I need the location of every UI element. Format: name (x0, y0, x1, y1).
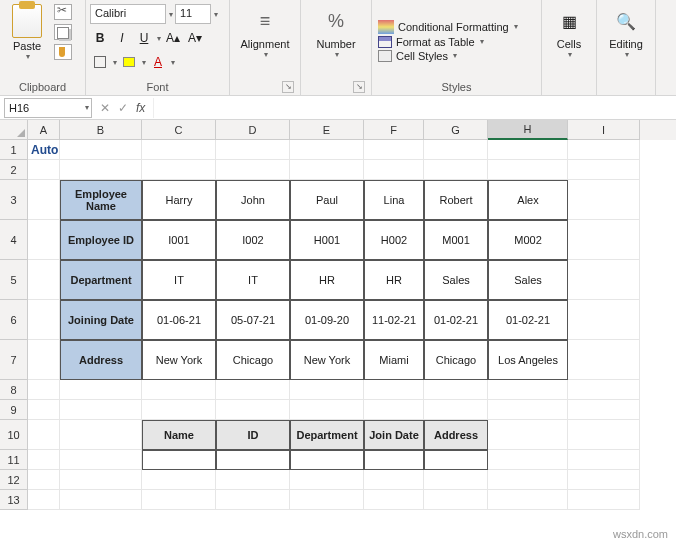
table1-name-0[interactable]: Harry (142, 180, 216, 220)
group-label-styles: Styles (376, 79, 537, 95)
col-header-h[interactable]: H (488, 120, 568, 140)
chevron-down-icon: ▾ (264, 50, 268, 59)
worksheet-grid[interactable]: A B C D E F G H I 1 Auto Populate Cells … (0, 120, 676, 530)
fx-icon[interactable]: fx (136, 101, 145, 115)
group-label-clipboard: Clipboard (4, 79, 81, 95)
table2-header-dept[interactable]: Department (290, 420, 364, 450)
cells-button[interactable]: ▦ Cells ▾ (546, 2, 592, 63)
dialog-launcher-icon[interactable]: ↘ (282, 81, 294, 93)
row-header-10[interactable]: 10 (0, 420, 28, 450)
font-color-button[interactable]: A (148, 52, 168, 72)
row-header-3[interactable]: 3 (0, 180, 28, 220)
table1-header-id[interactable]: Employee ID (60, 220, 142, 260)
group-clipboard: Paste ▾ Clipboard (0, 0, 86, 95)
col-header-e[interactable]: E (290, 120, 364, 140)
chevron-down-icon[interactable]: ▾ (214, 10, 218, 19)
row-header-11[interactable]: 11 (0, 450, 28, 470)
table1-header-address[interactable]: Address (60, 340, 142, 380)
grow-font-button[interactable]: A▴ (163, 28, 183, 48)
borders-button[interactable] (90, 52, 110, 72)
format-as-table-button[interactable]: Format as Table ▾ (378, 36, 484, 48)
table1-name-1[interactable]: John (216, 180, 290, 220)
table2-header-addr[interactable]: Address (424, 420, 488, 450)
font-size-select[interactable]: 11 (175, 4, 211, 24)
group-editing: 🔍 Editing ▾ (597, 0, 656, 95)
shrink-font-button[interactable]: A▾ (185, 28, 205, 48)
paste-button[interactable]: Paste ▾ (4, 2, 50, 61)
name-box[interactable]: H16 ▾ (4, 98, 92, 118)
dialog-launcher-icon[interactable]: ↘ (353, 81, 365, 93)
row-header-6[interactable]: 6 (0, 300, 28, 340)
bold-button[interactable]: B (90, 28, 110, 48)
borders-icon (94, 56, 106, 68)
table1-header-name[interactable]: Employee Name (60, 180, 142, 220)
chevron-down-icon[interactable]: ▾ (169, 10, 173, 19)
group-alignment: ≡ Alignment ▾ ↘ (230, 0, 301, 95)
chevron-down-icon[interactable]: ▾ (113, 58, 117, 67)
table1-name-3[interactable]: Lina (364, 180, 424, 220)
col-header-i[interactable]: I (568, 120, 640, 140)
table2-header-join[interactable]: Join Date (364, 420, 424, 450)
chevron-down-icon[interactable]: ▾ (157, 34, 161, 43)
chevron-down-icon[interactable]: ▾ (142, 58, 146, 67)
table1-name-2[interactable]: Paul (290, 180, 364, 220)
row-header-13[interactable]: 13 (0, 490, 28, 510)
table2-cell-addr[interactable] (424, 450, 488, 470)
table1-header-dept[interactable]: Department (60, 260, 142, 300)
table1-name-5[interactable]: Alex (488, 180, 568, 220)
table2-cell-name[interactable] (142, 450, 216, 470)
col-header-c[interactable]: C (142, 120, 216, 140)
table2-cell-dept[interactable] (290, 450, 364, 470)
format-painter-button[interactable] (54, 44, 72, 60)
chevron-down-icon: ▾ (480, 37, 484, 46)
cut-button[interactable] (54, 4, 72, 20)
col-header-g[interactable]: G (424, 120, 488, 140)
conditional-formatting-icon (378, 20, 394, 34)
row-header-2[interactable]: 2 (0, 160, 28, 180)
select-all-triangle[interactable] (0, 120, 28, 140)
table1-header-joining[interactable]: Joining Date (60, 300, 142, 340)
row-header-4[interactable]: 4 (0, 220, 28, 260)
table2-header-name[interactable]: Name (142, 420, 216, 450)
row-header-8[interactable]: 8 (0, 380, 28, 400)
group-label-font: Font (90, 79, 225, 95)
row-header-9[interactable]: 9 (0, 400, 28, 420)
formula-bar-input[interactable] (153, 98, 676, 118)
table2-cell-id[interactable] (216, 450, 290, 470)
col-header-d[interactable]: D (216, 120, 290, 140)
editing-button[interactable]: 🔍 Editing ▾ (601, 2, 651, 63)
fill-color-button[interactable] (119, 52, 139, 72)
chevron-down-icon[interactable]: ▾ (85, 103, 89, 112)
col-header-f[interactable]: F (364, 120, 424, 140)
chevron-down-icon: ▾ (568, 50, 572, 59)
row-header-7[interactable]: 7 (0, 340, 28, 380)
chevron-down-icon: ▾ (26, 52, 30, 61)
copy-button[interactable] (54, 24, 72, 40)
number-button[interactable]: % Number ▾ (305, 2, 367, 63)
enter-icon[interactable]: ✓ (118, 101, 128, 115)
conditional-formatting-button[interactable]: Conditional Formatting ▾ (378, 20, 518, 34)
table2-cell-join[interactable] (364, 450, 424, 470)
font-name-select[interactable]: Calibri (90, 4, 166, 24)
cancel-icon[interactable]: ✕ (100, 101, 110, 115)
table1-name-4[interactable]: Robert (424, 180, 488, 220)
chevron-down-icon[interactable]: ▾ (171, 58, 175, 67)
cell-styles-button[interactable]: Cell Styles ▾ (378, 50, 457, 62)
row-header-12[interactable]: 12 (0, 470, 28, 490)
formula-bar-row: H16 ▾ ✕ ✓ fx (0, 96, 676, 120)
table2-header-id[interactable]: ID (216, 420, 290, 450)
row-header-5[interactable]: 5 (0, 260, 28, 300)
alignment-button[interactable]: ≡ Alignment ▾ (234, 2, 296, 63)
col-header-a[interactable]: A (28, 120, 60, 140)
chevron-down-icon: ▾ (514, 22, 518, 31)
chevron-down-icon: ▾ (335, 50, 339, 59)
col-header-b[interactable]: B (60, 120, 142, 140)
underline-button[interactable]: U (134, 28, 154, 48)
cell-a1[interactable]: Auto Populate Cells In Excel Based On An… (28, 140, 60, 160)
percent-icon: % (322, 6, 350, 36)
watermark: wsxdn.com (613, 528, 668, 540)
chevron-down-icon: ▾ (453, 51, 457, 60)
row-header-1[interactable]: 1 (0, 140, 28, 160)
paint-bucket-icon (123, 57, 135, 67)
italic-button[interactable]: I (112, 28, 132, 48)
